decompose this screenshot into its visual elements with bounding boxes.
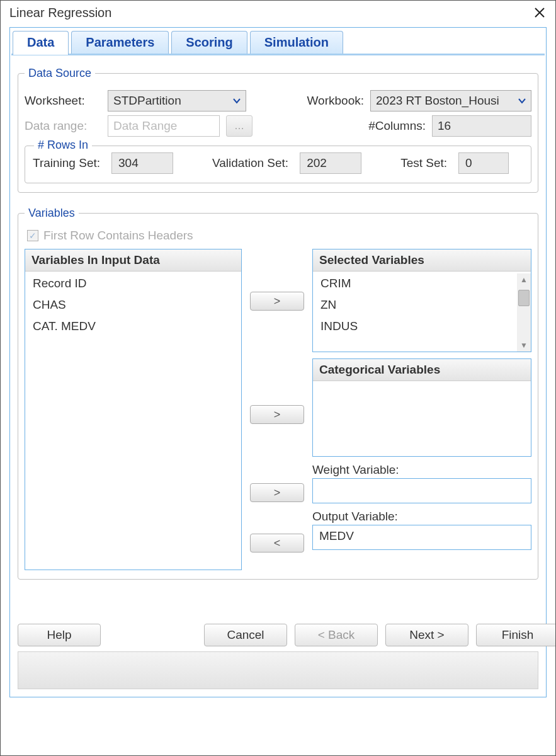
legend-variables: Variables: [25, 207, 79, 220]
chevron-down-icon: [228, 91, 246, 111]
tab-panel-data: Data Source Worksheet: STDPartition Work…: [10, 55, 546, 697]
checkbox-first-row-headers[interactable]: ✓ First Row Contains Headers: [27, 229, 531, 243]
dialog-frame: Data Parameters Scoring Simulation Data …: [9, 27, 547, 697]
checkbox-icon: ✓: [27, 230, 38, 241]
list-selected-header: Selected Variables: [313, 249, 531, 272]
legend-rows-in: # Rows In: [34, 139, 92, 152]
label-training-set: Training Set:: [33, 156, 100, 170]
tab-bar: Data Parameters Scoring Simulation: [13, 31, 546, 54]
finish-button[interactable]: Finish: [476, 624, 556, 646]
dropdown-workbook[interactable]: 2023 RT Boston_Housi: [370, 90, 531, 112]
close-button[interactable]: [531, 4, 548, 21]
remove-from-output-button[interactable]: <: [250, 534, 304, 553]
field-output-variable[interactable]: MEDV: [312, 525, 531, 550]
tab-simulation[interactable]: Simulation: [250, 31, 343, 54]
tab-scoring[interactable]: Scoring: [171, 31, 247, 54]
ellipsis-icon: …: [234, 120, 244, 132]
label-test-set: Test Set:: [400, 156, 447, 170]
field-weight-variable[interactable]: [312, 478, 531, 503]
move-to-categorical-button[interactable]: >: [250, 405, 304, 424]
label-validation-set: Validation Set:: [212, 156, 288, 170]
back-button[interactable]: < Back: [295, 624, 378, 646]
list-selected-variables[interactable]: Selected Variables CRIM ZN INDUS ▲ ▼: [312, 249, 531, 352]
scroll-down-icon: ▼: [517, 339, 531, 352]
field-columns: 16: [432, 115, 531, 137]
groupbox-variables: Variables ✓ First Row Contains Headers V…: [18, 207, 538, 580]
dropdown-worksheet[interactable]: STDPartition: [108, 90, 246, 112]
groupbox-data-source: Data Source Worksheet: STDPartition Work…: [18, 67, 538, 193]
list-input-variables[interactable]: Variables In Input Data Record ID CHAS C…: [25, 249, 242, 570]
help-button[interactable]: Help: [18, 624, 101, 646]
close-icon: [534, 7, 545, 18]
status-bar: [18, 651, 538, 689]
move-to-selected-button[interactable]: >: [250, 292, 304, 311]
list-item[interactable]: CAT. MEDV: [25, 316, 241, 337]
list-item[interactable]: ZN: [313, 294, 517, 316]
titlebar: Linear Regression: [1, 1, 555, 27]
scroll-thumb[interactable]: [518, 290, 530, 306]
label-data-range: Data range:: [25, 119, 101, 133]
list-categorical-variables[interactable]: Categorical Variables: [312, 358, 531, 457]
tab-parameters[interactable]: Parameters: [71, 31, 169, 54]
list-item[interactable]: CHAS: [25, 294, 241, 316]
field-test-set: 0: [458, 152, 509, 174]
scrollbar[interactable]: ▲ ▼: [517, 273, 531, 352]
tab-data[interactable]: Data: [13, 31, 69, 55]
list-item[interactable]: Record ID: [25, 273, 241, 294]
cancel-button[interactable]: Cancel: [204, 624, 287, 646]
label-first-row-headers: First Row Contains Headers: [43, 229, 193, 243]
input-data-range[interactable]: Data Range: [108, 115, 220, 137]
field-validation-set: 202: [300, 152, 361, 174]
footer-buttons: Help Cancel < Back Next > Finish: [18, 624, 538, 646]
list-item[interactable]: CRIM: [313, 273, 517, 294]
window-title: Linear Regression: [9, 6, 111, 20]
field-training-set: 304: [111, 152, 173, 174]
label-weight-variable: Weight Variable:: [312, 463, 531, 477]
move-to-weight-button[interactable]: >: [250, 483, 304, 502]
browse-range-button[interactable]: …: [226, 115, 252, 137]
dropdown-workbook-text: 2023 RT Boston_Housi: [371, 94, 513, 108]
label-workbook: Workbook:: [290, 94, 364, 108]
groupbox-rows-in: # Rows In Training Set: 304 Validation S…: [25, 146, 531, 183]
legend-data-source: Data Source: [25, 67, 95, 80]
label-output-variable: Output Variable:: [312, 510, 531, 524]
list-item[interactable]: INDUS: [313, 316, 517, 337]
dropdown-worksheet-text: STDPartition: [108, 94, 228, 108]
list-input-header: Variables In Input Data: [25, 249, 241, 272]
label-worksheet: Worksheet:: [25, 94, 101, 108]
scroll-up-icon: ▲: [517, 273, 531, 286]
list-categorical-header: Categorical Variables: [313, 359, 531, 381]
chevron-down-icon: [513, 91, 531, 111]
next-button[interactable]: Next >: [385, 624, 468, 646]
label-columns: #Columns:: [368, 119, 426, 133]
